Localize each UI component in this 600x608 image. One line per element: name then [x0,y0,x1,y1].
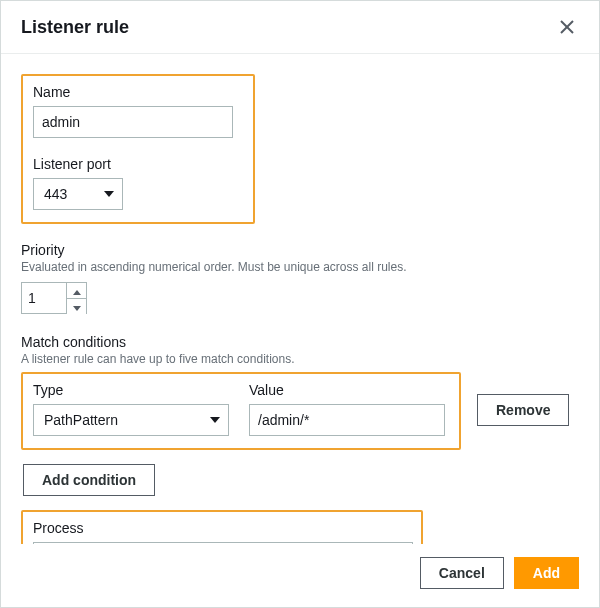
priority-help: Evaluated in ascending numerical order. … [21,260,579,274]
modal-header: Listener rule [1,1,599,54]
name-port-group: Name Listener port 443 [21,74,255,224]
listener-port-value: 443 [44,186,67,202]
name-label: Name [33,84,243,100]
cancel-button[interactable]: Cancel [420,557,504,589]
name-input[interactable] [33,106,233,138]
chevron-down-icon [73,299,81,314]
close-button[interactable] [555,15,579,39]
remove-wrap: Remove [477,372,569,426]
priority-step-up[interactable] [67,283,86,299]
modal-footer: Cancel Add [1,544,599,607]
caret-down-icon [210,417,220,423]
listener-port-select[interactable]: 443 [33,178,123,210]
process-group: Process admin [21,510,423,544]
caret-down-icon [104,191,114,197]
value-input[interactable] [249,404,445,436]
match-conditions-label: Match conditions [21,334,579,350]
value-column: Value [249,382,445,436]
priority-spin [66,283,86,313]
listener-port-label: Listener port [33,156,243,172]
listener-port-row: Listener port 443 [33,156,243,210]
condition-group: Type PathPattern Value [21,372,461,450]
process-label: Process [33,520,411,536]
process-select[interactable]: admin [33,542,413,544]
listener-rule-modal: Listener rule Name Listener port 443 [0,0,600,608]
value-label: Value [249,382,445,398]
add-condition-button[interactable]: Add condition [23,464,155,496]
add-condition-wrap: Add condition [23,464,579,496]
type-column: Type PathPattern [33,382,229,436]
priority-step-down[interactable] [67,299,86,314]
name-field-row: Name [33,84,243,138]
type-label: Type [33,382,229,398]
priority-stepper[interactable] [21,282,87,314]
type-select[interactable]: PathPattern [33,404,229,436]
close-icon [559,23,575,38]
priority-row: Priority Evaluated in ascending numerica… [21,242,579,314]
chevron-up-icon [73,283,81,298]
modal-title: Listener rule [21,17,129,38]
remove-button[interactable]: Remove [477,394,569,426]
priority-input[interactable] [22,283,66,313]
match-conditions-help: A listener rule can have up to five matc… [21,352,579,366]
modal-body: Name Listener port 443 Priority Evaluate… [1,54,599,544]
match-conditions-section: Match conditions A listener rule can hav… [21,334,579,496]
priority-label: Priority [21,242,579,258]
match-condition-row: Type PathPattern Value Remo [21,372,579,450]
type-value: PathPattern [44,412,118,428]
add-button[interactable]: Add [514,557,579,589]
